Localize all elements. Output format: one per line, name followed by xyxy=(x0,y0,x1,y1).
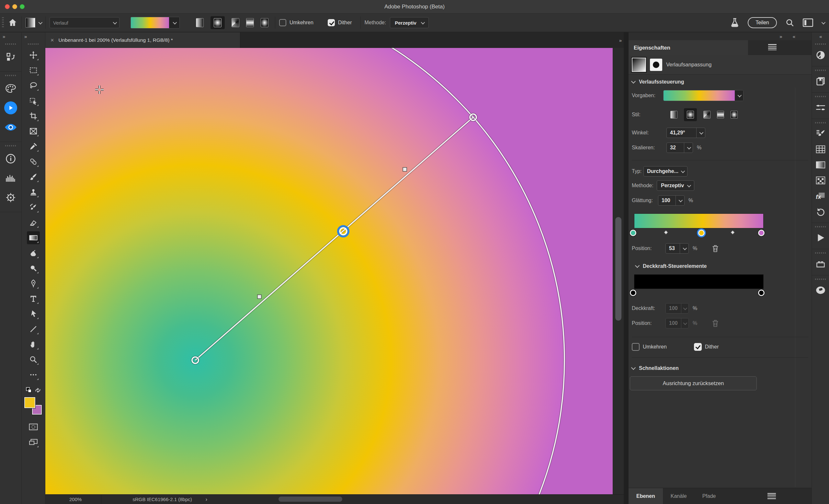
vertical-scrollbar-thumb[interactable] xyxy=(615,217,621,321)
tool-preset-picker[interactable] xyxy=(26,18,41,28)
beta-flask-icon[interactable] xyxy=(730,17,739,28)
gradient-tool-selected[interactable] xyxy=(27,231,40,244)
delete-opacity-stop-icon-disabled[interactable] xyxy=(712,320,719,327)
gradient-editor-bar[interactable] xyxy=(634,213,764,228)
close-tab-icon[interactable]: × xyxy=(50,37,54,44)
midpoint-diamond[interactable] xyxy=(730,230,735,235)
tab-pfade[interactable]: Pfade xyxy=(695,488,724,504)
panel-grip[interactable] xyxy=(5,145,16,146)
patterns-panel-icon[interactable] xyxy=(814,174,827,187)
edit-toolbar-ellipsis[interactable] xyxy=(27,368,40,381)
move-tool[interactable] xyxy=(27,48,40,62)
canvas-area[interactable] xyxy=(45,48,624,494)
object-selection-tool[interactable] xyxy=(27,94,40,107)
panel-method-dropdown[interactable]: Perzeptiv xyxy=(657,180,694,191)
lasso-tool[interactable] xyxy=(27,79,40,92)
tab-ebenen[interactable]: Ebenen xyxy=(628,488,663,504)
screen-mode-icon[interactable] xyxy=(27,436,40,448)
workspace-switcher-icon[interactable] xyxy=(803,19,813,27)
marquee-tool[interactable] xyxy=(27,64,40,77)
opacity-position-field-disabled[interactable]: 100 xyxy=(665,318,689,328)
reflected-gradient-button[interactable] xyxy=(246,18,254,27)
layer-mask-thumbnail[interactable] xyxy=(650,59,662,71)
color-profile-status[interactable]: sRGB IEC61966-2.1 (8bpc) xyxy=(133,497,192,502)
linear-gradient-button[interactable] xyxy=(196,18,204,27)
panel-menu-icon[interactable] xyxy=(768,44,777,50)
document-tab[interactable]: × Unbenannt-1 bei 200% (Verlaufsfüllung … xyxy=(45,32,240,48)
dither-checkbox[interactable] xyxy=(328,19,335,26)
gradient-radius-circle[interactable] xyxy=(45,48,565,494)
share-button[interactable]: Teilen xyxy=(748,17,777,28)
foreground-color-swatch[interactable] xyxy=(24,397,35,408)
status-options-chevron[interactable]: › xyxy=(206,497,207,502)
gradients-panel-icon[interactable] xyxy=(814,158,827,171)
panel-grip[interactable] xyxy=(5,43,16,45)
swap-colors-icon[interactable] xyxy=(26,387,41,394)
swatches-grid-icon[interactable] xyxy=(814,143,827,156)
panel-grip[interactable] xyxy=(815,96,826,97)
delete-stop-icon[interactable] xyxy=(712,245,719,252)
brushes-icon[interactable] xyxy=(814,127,827,140)
section-gradient-controls[interactable]: Verlaufssteuerung xyxy=(628,79,812,85)
color-stop-purple[interactable] xyxy=(758,230,764,236)
color-stop-teal[interactable] xyxy=(630,230,636,236)
diamond-gradient-button[interactable] xyxy=(261,18,268,27)
search-icon[interactable] xyxy=(785,18,794,27)
hand-tool[interactable] xyxy=(27,338,40,351)
gradient-preview-dropdown[interactable] xyxy=(131,17,180,29)
crop-tool[interactable] xyxy=(27,109,40,122)
preview-eye-icon[interactable] xyxy=(3,120,18,135)
layer-styles-fx-icon[interactable]: fx xyxy=(814,189,827,203)
chevron-down-icon[interactable] xyxy=(822,20,826,24)
method-dropdown[interactable]: Perzeptiv xyxy=(390,17,429,28)
tab-overflow-chevrons[interactable]: » xyxy=(619,32,621,48)
home-icon[interactable] xyxy=(8,18,17,28)
histogram-icon[interactable] xyxy=(3,171,18,186)
panel-grip[interactable] xyxy=(815,279,826,280)
panel-grip[interactable] xyxy=(815,70,826,71)
zoom-level-field[interactable]: 200% xyxy=(69,497,82,502)
healing-brush-tool[interactable] xyxy=(27,155,40,168)
panel-grip[interactable] xyxy=(815,252,826,254)
gradient-midpoint-handle[interactable] xyxy=(257,295,261,299)
navigator-wheel-icon[interactable] xyxy=(3,190,18,205)
version-history-icon[interactable] xyxy=(3,49,18,65)
clone-stamp-tool[interactable] xyxy=(27,186,40,199)
tab-kanaele[interactable]: Kanäle xyxy=(663,488,695,504)
midpoint-diamond[interactable] xyxy=(664,230,668,235)
style-radial-button-selected[interactable] xyxy=(684,108,697,121)
dock-collapse-chevrons[interactable]: » xyxy=(780,34,782,39)
panel-reverse-checkbox[interactable] xyxy=(632,343,640,351)
layers-panel-menu-icon[interactable] xyxy=(767,493,776,500)
opacity-editor-bar[interactable] xyxy=(634,274,764,289)
scale-field[interactable]: 32 xyxy=(666,143,693,153)
dodge-tool[interactable] xyxy=(27,262,40,275)
panel-grip[interactable] xyxy=(5,75,16,76)
right-strip-expand[interactable]: « xyxy=(812,32,829,40)
color-stop-yellow-selected[interactable] xyxy=(698,230,705,236)
style-diamond-button[interactable] xyxy=(730,111,738,118)
dock-expand-chevrons[interactable]: « xyxy=(793,34,795,39)
opacity-stop-right[interactable] xyxy=(758,290,764,296)
brush-settings-icon[interactable] xyxy=(814,101,827,114)
options-bar-grip[interactable] xyxy=(2,17,4,28)
eyedropper-tool[interactable] xyxy=(27,140,40,153)
libraries-icon[interactable] xyxy=(814,75,827,88)
style-angle-button[interactable] xyxy=(704,111,711,118)
toolbar-collapse[interactable]: » xyxy=(22,32,45,40)
radial-gradient-button-selected[interactable] xyxy=(211,16,225,29)
brush-tool[interactable] xyxy=(27,170,40,183)
reverse-checkbox[interactable] xyxy=(279,19,286,26)
quick-mask-icon[interactable] xyxy=(27,421,40,433)
panel-dither-checkbox[interactable] xyxy=(694,343,702,351)
tab-eigenschaften[interactable]: Eigenschaften xyxy=(628,40,748,55)
actions-play-icon[interactable] xyxy=(814,231,827,244)
frame-tool[interactable] xyxy=(27,125,40,138)
horizontal-scrollbar-thumb[interactable] xyxy=(279,497,342,502)
eraser-tool[interactable] xyxy=(27,216,40,229)
zoom-tool[interactable] xyxy=(27,353,40,366)
gradient-picker-dropdown[interactable]: Verlauf xyxy=(49,17,119,28)
left-strip-expand[interactable]: » xyxy=(0,32,22,40)
section-quick-actions[interactable]: Schnellaktionen xyxy=(628,365,812,371)
type-tool[interactable] xyxy=(27,292,40,305)
